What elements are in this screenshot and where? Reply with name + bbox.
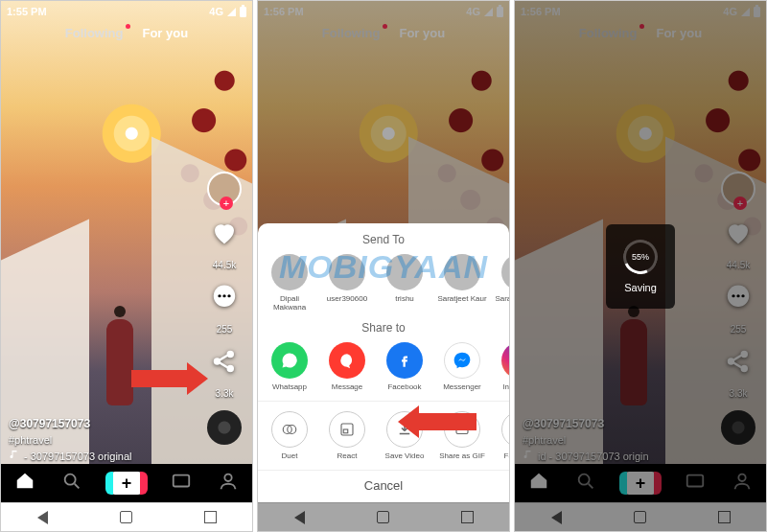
svg-point-9 xyxy=(225,474,232,481)
send-to-person[interactable]: trishu xyxy=(379,254,430,312)
svg-point-5 xyxy=(227,351,235,359)
nav-recents[interactable] xyxy=(204,511,217,523)
action-react[interactable]: React xyxy=(321,411,373,460)
action-label: Favorites xyxy=(504,451,509,460)
annotation-arrow-save-video xyxy=(411,413,476,430)
sound-disc[interactable] xyxy=(207,410,242,445)
tab-search[interactable] xyxy=(61,471,82,496)
action-label: Duet xyxy=(282,451,298,460)
svg-rect-17 xyxy=(343,429,348,433)
android-status-bar: 1:55 PM 4G xyxy=(1,1,252,22)
send-to-person[interactable]: Saratjeet Kaur xyxy=(436,254,488,312)
svg-point-7 xyxy=(65,474,76,485)
battery-icon xyxy=(240,7,246,17)
action-duet[interactable]: Duet xyxy=(264,411,315,460)
like-button[interactable] xyxy=(209,218,240,248)
person-name: Saratjeet Kaur xyxy=(495,294,509,303)
toast-label: Saving xyxy=(624,282,657,293)
comment-count: 255 xyxy=(217,324,233,335)
action-icon xyxy=(329,411,365,448)
share-app-wa[interactable]: Whatsapp xyxy=(264,342,315,391)
ig-icon xyxy=(501,342,509,379)
send-to-header: Send To xyxy=(258,233,509,246)
action-icon xyxy=(271,411,308,448)
screenshot-step-1: 1:55 PM 4G Following For you 44.5k 255 3… xyxy=(0,0,253,532)
action-favorites[interactable]: Favorites xyxy=(494,411,509,460)
author-avatar[interactable] xyxy=(207,172,242,206)
share-button[interactable] xyxy=(209,346,240,377)
ms-icon xyxy=(444,342,480,379)
send-to-person[interactable]: Saratjeet Kaur xyxy=(494,254,509,312)
share-sheet: Send To Dipali Makwanauser390600trishuSa… xyxy=(258,223,509,502)
person-avatar xyxy=(386,254,423,290)
msg-icon xyxy=(329,342,365,379)
person-name: user390600 xyxy=(327,294,367,303)
share-app-msg[interactable]: Message xyxy=(321,342,373,391)
svg-point-2 xyxy=(222,294,225,297)
action-icon xyxy=(501,411,509,448)
send-to-row[interactable]: Dipali Makwanauser390600trishuSaratjeet … xyxy=(258,254,509,321)
network-label: 4G xyxy=(209,6,223,17)
svg-point-3 xyxy=(227,294,230,297)
tab-following[interactable]: Following xyxy=(65,26,124,40)
action-label: Share as GIF xyxy=(439,451,485,460)
share-app-ms[interactable]: Messenger xyxy=(436,342,488,391)
tab-inbox[interactable] xyxy=(171,471,192,496)
person-name: trishu xyxy=(395,294,414,303)
hashtag[interactable]: #phtravel xyxy=(9,432,132,449)
tab-profile[interactable] xyxy=(218,471,239,496)
android-nav-bar xyxy=(1,502,252,531)
svg-point-1 xyxy=(218,294,221,297)
clock: 1:55 PM xyxy=(7,6,47,17)
person-name: Saratjeet Kaur xyxy=(437,294,486,303)
annotation-arrow-share xyxy=(131,370,195,387)
fb-icon xyxy=(386,342,423,379)
app-label: Message xyxy=(332,382,362,391)
screenshot-step-2: 1:56 PM 4G Following For you Send To Dip… xyxy=(257,0,510,532)
app-label: Instagram xyxy=(502,382,509,391)
tab-home[interactable] xyxy=(14,471,35,496)
action-label: React xyxy=(337,451,358,460)
share-to-header: Share to xyxy=(258,321,509,335)
bottom-tab-bar: + xyxy=(1,464,252,502)
send-to-person[interactable]: user390600 xyxy=(321,254,373,312)
person-avatar xyxy=(444,254,480,290)
nav-home[interactable] xyxy=(120,511,132,523)
send-to-person[interactable]: Dipali Makwana xyxy=(264,254,315,312)
share-app-ig[interactable]: Instagram xyxy=(494,342,509,391)
music-note-icon xyxy=(9,449,20,465)
sound-marquee[interactable]: - 30797157073 original xyxy=(9,449,132,465)
action-label: Save Video xyxy=(385,451,425,460)
svg-rect-8 xyxy=(173,475,189,487)
saving-toast: 55% Saving xyxy=(606,224,675,309)
cancel-button[interactable]: Cancel xyxy=(258,470,509,497)
wa-icon xyxy=(271,342,308,379)
app-label: Facebook xyxy=(387,382,421,391)
create-button[interactable]: + xyxy=(109,472,144,495)
person-avatar xyxy=(271,254,308,290)
progress-ring: 55% xyxy=(618,234,662,278)
svg-point-6 xyxy=(227,365,235,373)
screenshot-step-3: 1:56 PM 4G Following For you 44.5k 255 3… xyxy=(514,0,767,532)
app-label: Whatsapp xyxy=(272,382,307,391)
tab-for-you[interactable]: For you xyxy=(142,26,188,40)
like-count: 44.5k xyxy=(213,260,236,270)
share-to-row[interactable]: WhatsappMessageFacebookMessengerInstagra… xyxy=(258,342,509,401)
person-avatar xyxy=(501,254,509,290)
video-metadata: @30797157073 #phtravel - 30797157073 ori… xyxy=(9,415,132,464)
action-rail: 44.5k 255 3.3k xyxy=(202,172,246,445)
share-count: 3.3k xyxy=(216,388,234,399)
actions-row[interactable]: DuetReactSave VideoShare as GIFFavorites… xyxy=(258,401,509,470)
feed-tabs: Following For you xyxy=(1,26,252,40)
signal-icon xyxy=(227,8,236,16)
author-handle[interactable]: @30797157073 xyxy=(9,415,132,432)
person-name: Dipali Makwana xyxy=(264,294,315,312)
app-label: Messenger xyxy=(443,382,481,391)
person-avatar xyxy=(329,254,365,290)
share-app-fb[interactable]: Facebook xyxy=(379,342,430,391)
comment-button[interactable] xyxy=(209,282,240,312)
nav-back[interactable] xyxy=(37,511,48,524)
